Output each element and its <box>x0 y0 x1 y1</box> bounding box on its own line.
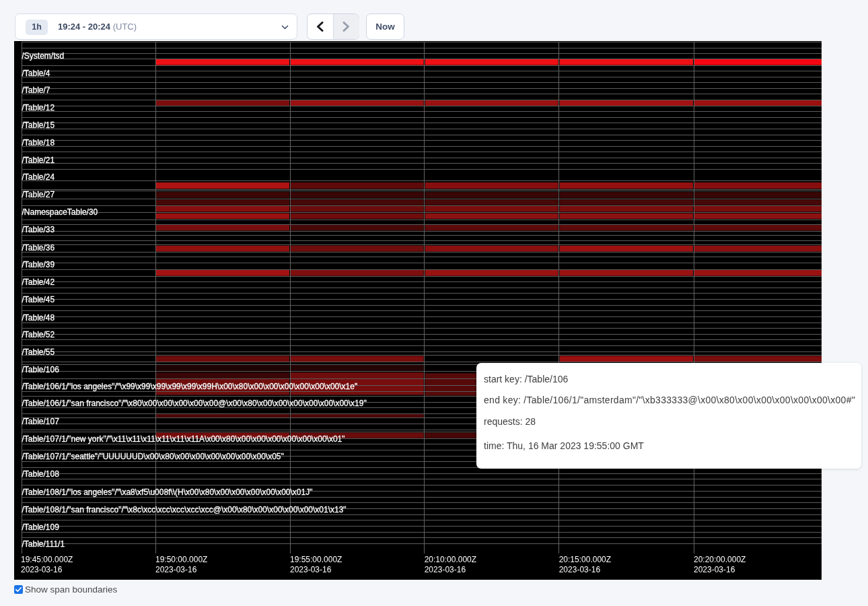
svg-text:/Table/45: /Table/45 <box>22 295 55 304</box>
svg-text:/Table/106: /Table/106 <box>22 365 60 374</box>
svg-text:/Table/107: /Table/107 <box>22 417 60 426</box>
svg-text:2023-03-16: 2023-03-16 <box>559 565 601 574</box>
svg-text:/Table/108/1/"los angeles"/"\x: /Table/108/1/"los angeles"/"\xa8\xf5\u00… <box>22 487 313 497</box>
svg-text:/Table/36: /Table/36 <box>22 243 55 252</box>
svg-text:2023-03-16: 2023-03-16 <box>21 565 63 574</box>
svg-text:/Table/7: /Table/7 <box>22 86 50 95</box>
svg-text:/Table/48: /Table/48 <box>22 313 55 323</box>
svg-text:/NamespaceTable/30: /NamespaceTable/30 <box>22 207 98 217</box>
svg-text:/Table/33: /Table/33 <box>22 225 55 234</box>
svg-text:19:55:00.000Z: 19:55:00.000Z <box>290 555 342 564</box>
svg-text:/Table/15: /Table/15 <box>22 121 55 130</box>
svg-text:/Table/24: /Table/24 <box>22 172 55 182</box>
svg-text:/Table/12: /Table/12 <box>22 103 55 112</box>
svg-text:/Table/107/1/"seattle"/"UUUUUU: /Table/107/1/"seattle"/"UUUUUUD\x00\x80\… <box>22 452 284 461</box>
svg-text:/Table/4: /Table/4 <box>22 69 50 78</box>
svg-text:/Table/107/1/"new york"/"\x11\: /Table/107/1/"new york"/"\x11\x11\x11\x1… <box>22 434 345 444</box>
svg-text:/Table/111/1: /Table/111/1 <box>22 539 65 549</box>
svg-text:/Table/55: /Table/55 <box>22 347 55 357</box>
svg-text:/Table/108/1/"san francisco"/": /Table/108/1/"san francisco"/"\x8c\xcc\x… <box>22 505 347 514</box>
svg-text:/Table/27: /Table/27 <box>22 190 55 199</box>
svg-text:/Table/42: /Table/42 <box>22 277 55 287</box>
svg-text:/Table/39: /Table/39 <box>22 260 55 269</box>
svg-text:2023-03-16: 2023-03-16 <box>425 565 466 574</box>
svg-text:/Table/106/1/"los angeles"/"\x: /Table/106/1/"los angeles"/"\x99\x99\x99… <box>22 382 358 391</box>
svg-text:/Table/21: /Table/21 <box>22 156 55 165</box>
svg-text:2023-03-16: 2023-03-16 <box>155 565 197 574</box>
svg-text:/Table/109: /Table/109 <box>22 523 60 532</box>
svg-text:19:50:00.000Z: 19:50:00.000Z <box>155 555 207 564</box>
svg-text:20:15:00.000Z: 20:15:00.000Z <box>559 555 611 564</box>
svg-text:19:45:00.000Z: 19:45:00.000Z <box>21 555 73 564</box>
svg-text:20:10:00.000Z: 20:10:00.000Z <box>425 555 476 564</box>
svg-text:/Table/52: /Table/52 <box>22 330 55 339</box>
svg-text:/Table/18: /Table/18 <box>22 138 55 147</box>
svg-text:/Table/106/1/"san francisco"/": /Table/106/1/"san francisco"/"\x80\x00\x… <box>22 399 367 408</box>
svg-text:20:20:00.000Z: 20:20:00.000Z <box>694 555 746 564</box>
svg-text:/System/tsd: /System/tsd <box>22 51 65 61</box>
svg-text:2023-03-16: 2023-03-16 <box>694 565 735 574</box>
svg-text:2023-03-16: 2023-03-16 <box>290 565 332 574</box>
svg-text:/Table/108: /Table/108 <box>22 469 60 479</box>
